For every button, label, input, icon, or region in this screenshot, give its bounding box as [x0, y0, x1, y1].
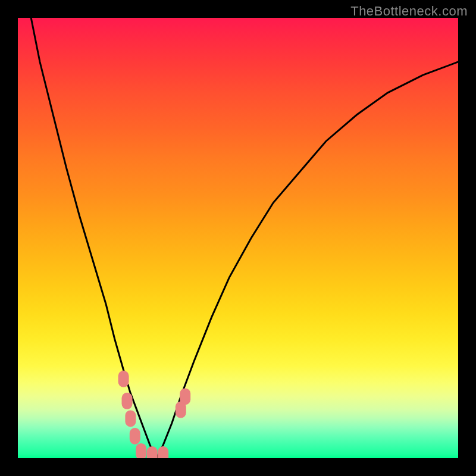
- marker-dot: [158, 446, 168, 458]
- right-curve: [156, 62, 458, 458]
- marker-dot: [180, 388, 190, 405]
- marker-dot: [147, 446, 158, 458]
- markers: [118, 371, 191, 458]
- plot-area: [18, 18, 458, 458]
- curve-svg: [18, 18, 458, 458]
- marker-dot: [136, 443, 146, 458]
- left-curve: [31, 18, 156, 458]
- chart-container: TheBottleneck.com: [0, 0, 476, 476]
- marker-dot: [125, 410, 136, 427]
- watermark-text: TheBottleneck.com: [350, 4, 468, 19]
- marker-dot: [130, 428, 140, 444]
- marker-dot: [118, 371, 129, 387]
- marker-dot: [122, 393, 133, 409]
